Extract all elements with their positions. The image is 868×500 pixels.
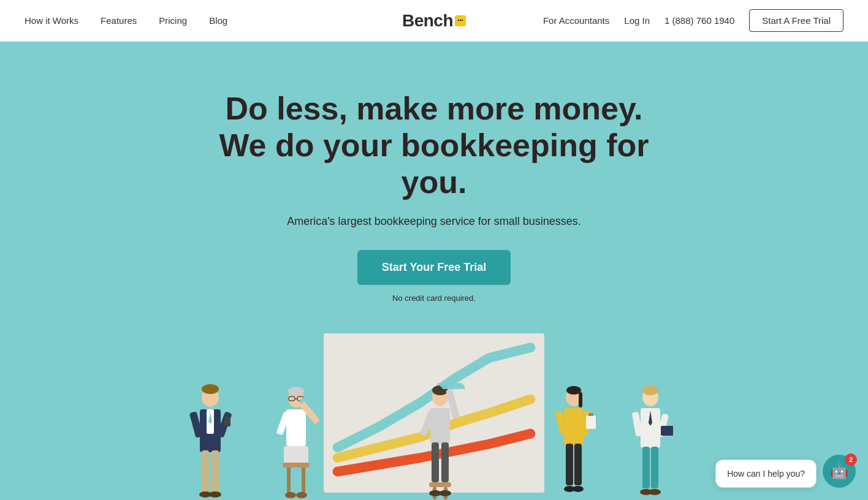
svg-rect-50 — [586, 415, 596, 429]
hero-cta-button[interactable]: Start Your Free Trial — [357, 250, 511, 285]
svg-point-1 — [458, 19, 459, 20]
svg-rect-65 — [651, 447, 658, 488]
svg-point-21 — [288, 387, 304, 395]
hero-illustration — [158, 333, 710, 500]
svg-rect-38 — [432, 442, 439, 482]
svg-rect-28 — [302, 466, 305, 493]
person-right-2 — [627, 380, 673, 500]
logo[interactable]: Bench — [402, 11, 466, 31]
nav-how-it-works[interactable]: How it Works — [25, 15, 78, 26]
chat-icon-button[interactable]: 🤖 2 — [823, 455, 856, 488]
person-center — [416, 380, 465, 500]
svg-rect-26 — [284, 446, 308, 464]
svg-rect-54 — [574, 444, 582, 485]
svg-point-2 — [460, 19, 461, 20]
nav-pricing[interactable]: Pricing — [159, 15, 187, 26]
person-left-2 — [272, 380, 321, 500]
chatbot-widget: How can I help you? 🤖 2 — [715, 455, 856, 488]
start-free-trial-button[interactable]: Start A Free Trial — [749, 9, 843, 32]
hero-heading-line2: We do your bookkeeping for you. — [219, 127, 649, 200]
svg-point-16 — [209, 491, 221, 498]
svg-rect-29 — [283, 463, 310, 468]
logo-text: Bench — [402, 11, 453, 31]
nav-features[interactable]: Features — [101, 15, 137, 26]
person-left-1 — [189, 380, 232, 500]
chat-bubble: How can I help you? — [715, 460, 817, 488]
svg-rect-51 — [588, 413, 593, 416]
svg-rect-47 — [579, 392, 582, 407]
hero-heading: Do less, make more money. We do your boo… — [189, 91, 679, 200]
no-credit-card-text: No credit card required. — [392, 294, 476, 303]
svg-rect-11 — [224, 417, 230, 426]
svg-point-31 — [296, 492, 307, 498]
logo-badge — [455, 15, 466, 26]
robot-icon: 🤖 — [830, 463, 848, 480]
svg-rect-62 — [661, 426, 673, 436]
svg-point-56 — [573, 486, 584, 492]
hero-heading-line1: Do less, make more money. — [225, 91, 642, 126]
svg-point-6 — [202, 384, 219, 394]
svg-point-67 — [649, 489, 661, 495]
hero-section: Do less, make more money. We do your boo… — [0, 42, 868, 500]
svg-rect-64 — [642, 447, 650, 488]
svg-point-58 — [642, 385, 658, 395]
svg-rect-40 — [429, 482, 451, 487]
chat-badge: 2 — [845, 453, 857, 466]
svg-point-44 — [439, 490, 451, 496]
header-right: For Accountants Log In 1 (888) 760 1940 … — [543, 9, 843, 32]
phone-link[interactable]: 1 (888) 760 1940 — [664, 15, 734, 26]
svg-rect-48 — [564, 408, 584, 445]
hero-subtext: America's largest bookkeeping service fo… — [287, 215, 581, 228]
svg-point-3 — [462, 19, 463, 20]
svg-rect-27 — [287, 466, 291, 493]
for-accountants-link[interactable]: For Accountants — [543, 15, 609, 26]
svg-rect-39 — [441, 442, 449, 482]
login-link[interactable]: Log In — [624, 15, 650, 26]
svg-rect-13 — [202, 450, 209, 493]
svg-rect-14 — [211, 450, 219, 493]
nav-blog[interactable]: Blog — [209, 15, 227, 26]
site-header: How it Works Features Pricing Blog Bench… — [0, 0, 868, 42]
person-right-1 — [550, 380, 596, 500]
main-nav: How it Works Features Pricing Blog — [25, 15, 227, 26]
svg-rect-53 — [566, 444, 573, 485]
svg-point-30 — [285, 492, 296, 498]
